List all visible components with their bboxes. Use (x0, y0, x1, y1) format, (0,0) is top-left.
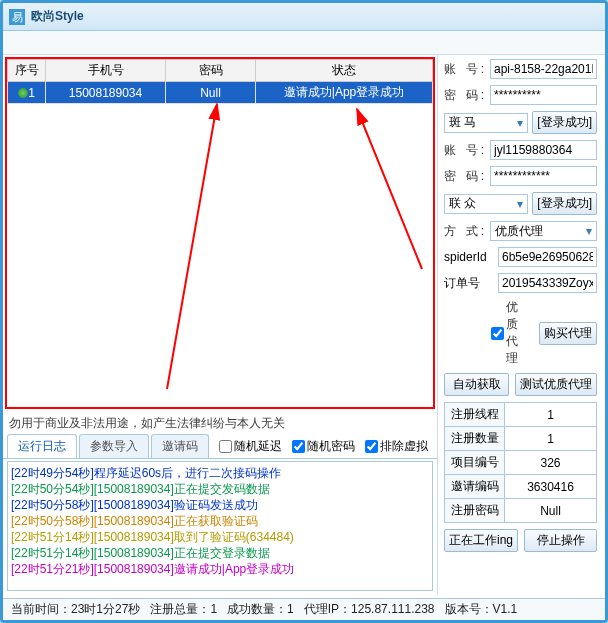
label: 方 式: (444, 223, 486, 240)
tab-invite[interactable]: 邀请码 (151, 434, 209, 458)
order-input[interactable] (498, 273, 597, 293)
log-line: [22时50分58秒][15008189034]正在获取验证码 (11, 513, 429, 529)
tab-strip: 运行日志 参数导入 邀请码 随机延迟 随机密码 排除虚拟 (3, 432, 437, 459)
log-line: [22时51分14秒][15008189034]取到了验证码(634484) (11, 529, 429, 545)
table-row[interactable]: 1 15008189034 Null 邀请成功|App登录成功 (8, 82, 433, 104)
col-index[interactable]: 序号 (8, 60, 46, 82)
label: 账 号: (444, 61, 486, 78)
status-dot-icon (18, 88, 28, 98)
titlebar[interactable]: 易 欧尚Style (3, 3, 605, 31)
data-grid[interactable]: 序号 手机号 密码 状态 1 15008189034 Null 邀请成功|App… (5, 57, 435, 409)
window-title: 欧尚Style (31, 8, 84, 25)
login-status2: [登录成功] (532, 192, 597, 215)
account2-input[interactable] (490, 140, 597, 160)
col-status[interactable]: 状态 (256, 60, 433, 82)
working-button[interactable]: 正在工作ing (444, 529, 518, 552)
account1-input[interactable] (490, 59, 597, 79)
label: 订单号 (444, 275, 494, 292)
project-cell[interactable]: 326 (505, 451, 597, 475)
app-icon: 易 (9, 9, 25, 25)
regpwd-cell[interactable]: Null (505, 499, 597, 523)
test-proxy-button[interactable]: 测试优质代理 (515, 373, 597, 396)
label: spiderId (444, 250, 494, 264)
label: 密 码: (444, 87, 486, 104)
chk-random-delay[interactable]: 随机延迟 (219, 438, 282, 455)
log-line: [22时50分54秒][15008189034]正在提交发码数据 (11, 481, 429, 497)
chevron-down-icon: ▾ (517, 116, 523, 130)
chk-good-proxy[interactable]: 优质代理 (491, 299, 533, 367)
app-window: 易 欧尚Style 序号 手机号 密码 状态 1 15008189034 (0, 0, 608, 623)
password1-input[interactable] (490, 85, 597, 105)
platform1-select[interactable]: 斑 马▾ (444, 113, 528, 133)
params-table: 注册线程1 注册数量1 项目编号326 邀请编码3630416 注册密码Null (444, 402, 597, 523)
col-phone[interactable]: 手机号 (46, 60, 166, 82)
label: 密 码: (444, 168, 486, 185)
tab-params[interactable]: 参数导入 (79, 434, 149, 458)
log-line: [22时49分54秒]程序延迟60s后，进行二次接码操作 (11, 465, 429, 481)
right-panel: 账 号: 密 码: 斑 马▾ [登录成功] 账 号: 密 码: 联 众▾ [登录… (438, 55, 603, 595)
svg-text:易: 易 (12, 11, 23, 23)
tab-log[interactable]: 运行日志 (7, 434, 77, 458)
login-status1: [登录成功] (532, 111, 597, 134)
chk-random-pwd[interactable]: 随机密码 (292, 438, 355, 455)
log-line: [22时50分58秒][15008189034]验证码发送成功 (11, 497, 429, 513)
password2-input[interactable] (490, 166, 597, 186)
threads-cell[interactable]: 1 (505, 403, 597, 427)
stop-button[interactable]: 停止操作 (524, 529, 597, 552)
mode-select[interactable]: 优质代理▾ (490, 221, 597, 241)
log-panel[interactable]: [22时49分54秒]程序延迟60s后，进行二次接码操作 [22时50分54秒]… (7, 461, 433, 591)
svg-line-2 (167, 104, 217, 389)
platform2-select[interactable]: 联 众▾ (444, 194, 528, 214)
buy-proxy-button[interactable]: 购买代理 (539, 322, 597, 345)
log-line: [22时51分14秒][15008189034]正在提交登录数据 (11, 545, 429, 561)
invite-cell[interactable]: 3630416 (505, 475, 597, 499)
auto-get-button[interactable]: 自动获取 (444, 373, 509, 396)
chk-exclude-virtual[interactable]: 排除虚拟 (365, 438, 428, 455)
col-password[interactable]: 密码 (166, 60, 256, 82)
label: 账 号: (444, 142, 486, 159)
spiderid-input[interactable] (498, 247, 597, 267)
svg-line-3 (357, 109, 422, 269)
log-line: [22时51分21秒][15008189034]邀请成功|App登录成功 (11, 561, 429, 577)
status-bar: 当前时间：23时1分27秒 注册总量：1 成功数量：1 代理IP：125.87.… (3, 598, 605, 620)
toolbar (3, 31, 605, 55)
chevron-down-icon: ▾ (586, 224, 592, 238)
count-cell[interactable]: 1 (505, 427, 597, 451)
warning-text: 勿用于商业及非法用途，如产生法律纠纷与本人无关 (9, 415, 431, 432)
chevron-down-icon: ▾ (517, 197, 523, 211)
